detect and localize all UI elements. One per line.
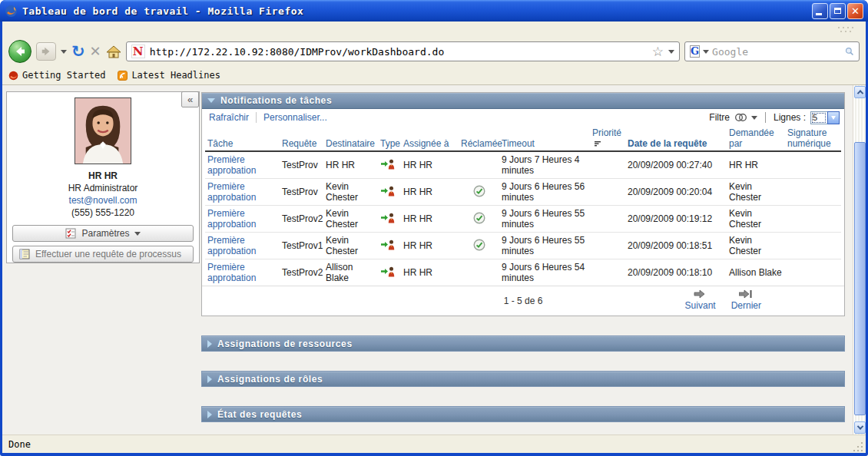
task-link[interactable]: Première approbation	[207, 262, 256, 283]
assigned-to-user-icon	[380, 239, 395, 250]
section-title: Assignations de rôles	[217, 374, 323, 385]
user-name: HR HR	[88, 170, 118, 181]
col-request-date[interactable]: Date de la requête	[625, 126, 727, 151]
cell-assigned-to: HR HR	[401, 259, 459, 286]
search-magnifier-icon[interactable]	[845, 45, 854, 58]
bookmark-getting-started[interactable]: Getting Started	[8, 70, 105, 81]
cell-recipient: Kevin Chester	[323, 206, 378, 233]
col-task[interactable]: Tâche	[205, 126, 280, 151]
settings-label: Paramètres	[81, 228, 129, 239]
minimize-button[interactable]	[812, 3, 828, 19]
url-input[interactable]	[150, 46, 648, 58]
task-table-body: Première approbationTestProvHR HRHR HR9 …	[205, 151, 841, 286]
section-title: Assignations de ressources	[217, 339, 353, 349]
cell-request-date: 20/09/2009 00:20:04	[625, 179, 727, 206]
cell-claimed	[459, 206, 499, 233]
home-button[interactable]	[106, 45, 121, 58]
reload-button[interactable]: ↻	[71, 44, 85, 60]
claimed-icon	[473, 239, 485, 251]
scroll-up-button[interactable]	[854, 86, 866, 98]
history-dropdown-icon[interactable]	[61, 50, 67, 54]
back-button[interactable]	[8, 40, 31, 63]
filter-button[interactable]	[734, 112, 757, 123]
cell-claimed	[459, 179, 499, 206]
close-button[interactable]: ✕	[847, 3, 863, 19]
task-link[interactable]: Première approbation	[207, 235, 256, 256]
cell-request-date: 20/09/2009 00:27:40	[625, 151, 727, 179]
stop-button[interactable]: ✕	[90, 45, 101, 58]
cell-type	[378, 206, 401, 233]
pagination-bar: 1 - 5 de 6 Suivant Dernier	[202, 286, 844, 316]
process-request-label: Effectuer une requête de processus	[35, 249, 181, 259]
settings-checklist-icon	[65, 228, 77, 239]
divider	[765, 112, 766, 123]
col-assigned-to[interactable]: Assignée à	[401, 126, 459, 151]
rows-select-arrow[interactable]	[827, 111, 840, 124]
cell-request-date: 20/09/2009 00:18:10	[625, 259, 727, 286]
refresh-link[interactable]: Rafraîchir	[202, 112, 257, 123]
window-title: Tableau de bord de travail - Mozilla Fir…	[22, 5, 303, 17]
col-requested-by[interactable]: Demandée par	[727, 126, 785, 151]
resize-grip-icon[interactable]	[853, 441, 864, 451]
cell-request-date: 20/09/2009 00:18:51	[625, 233, 727, 259]
scrollbar-thumb[interactable]	[854, 142, 866, 415]
maximize-icon	[834, 8, 841, 14]
cell-signature	[785, 259, 841, 286]
forward-arrow-icon	[41, 46, 51, 57]
cell-task: Première approbation	[205, 233, 280, 259]
personalize-link[interactable]: Personnaliser...	[257, 112, 334, 123]
search-bar[interactable]: G	[684, 41, 860, 61]
task-link[interactable]: Première approbation	[207, 154, 256, 176]
cell-requested-by: Allison Blake	[727, 259, 785, 286]
scroll-down-button[interactable]	[854, 421, 866, 434]
rows-select-value: 5	[810, 111, 827, 124]
col-priority[interactable]: Priorité	[590, 126, 625, 151]
bookmark-dropdown-icon[interactable]	[668, 50, 674, 54]
cell-claimed	[459, 151, 499, 179]
section-resource-assignments[interactable]: Assignations de ressources	[201, 335, 845, 352]
assigned-to-user-icon	[380, 185, 395, 197]
user-email-link[interactable]: test@novell.com	[69, 195, 137, 206]
vertical-scrollbar[interactable]	[853, 85, 866, 435]
cell-request: TestProv	[280, 179, 323, 206]
engine-dropdown-icon[interactable]	[703, 50, 709, 54]
settings-dropdown-icon	[134, 232, 141, 236]
assigned-to-user-icon	[380, 212, 395, 223]
menu-strip	[2, 21, 866, 37]
rows-select[interactable]: 5	[810, 111, 840, 124]
section-role-assignments[interactable]: Assignations de rôles	[201, 371, 845, 387]
cell-requested-by: HR HR	[727, 151, 785, 179]
cell-priority	[590, 151, 625, 179]
process-request-button[interactable]: Effectuer une requête de processus	[12, 246, 194, 263]
bookmark-latest-headlines[interactable]: Latest Headlines	[118, 70, 220, 81]
bookmark-star-icon[interactable]: ☆	[652, 45, 664, 58]
cell-signature	[785, 206, 841, 233]
col-timeout[interactable]: Timeout	[499, 126, 590, 151]
search-input[interactable]	[712, 46, 842, 58]
google-engine-icon: G	[690, 45, 700, 58]
filter-icon	[734, 112, 750, 123]
last-page-button[interactable]: Dernier	[731, 289, 761, 311]
section-request-status[interactable]: État des requêtes	[201, 406, 845, 422]
location-bar[interactable]: N ☆	[126, 41, 680, 61]
cell-recipient: HR HR	[323, 151, 378, 179]
task-link[interactable]: Première approbation	[207, 181, 256, 203]
col-request[interactable]: Requête	[280, 126, 323, 151]
collapse-sidebar-button[interactable]: «	[181, 91, 199, 107]
forward-button[interactable]	[36, 42, 56, 61]
col-type[interactable]: Type	[378, 126, 401, 151]
rss-icon	[118, 71, 128, 81]
table-header-row: Tâche Requête Destinataire Type Assignée…	[205, 126, 841, 151]
task-notifications-panel: Notifications de tâches Rafraîchir Perso…	[201, 92, 845, 316]
task-link[interactable]: Première approbation	[207, 208, 256, 230]
col-digital-signature[interactable]: Signature numérique	[785, 126, 841, 151]
col-claimed[interactable]: Réclamée	[459, 126, 499, 151]
maximize-button[interactable]	[830, 3, 846, 19]
settings-button[interactable]: Paramètres	[12, 225, 194, 242]
next-page-button[interactable]: Suivant	[685, 289, 716, 311]
last-label: Dernier	[731, 300, 761, 311]
col-recipient[interactable]: Destinataire	[323, 126, 378, 151]
panel-header-task-notifications[interactable]: Notifications de tâches	[202, 93, 844, 109]
filter-dropdown-icon	[751, 116, 757, 120]
rows-label: Lignes :	[774, 112, 806, 123]
